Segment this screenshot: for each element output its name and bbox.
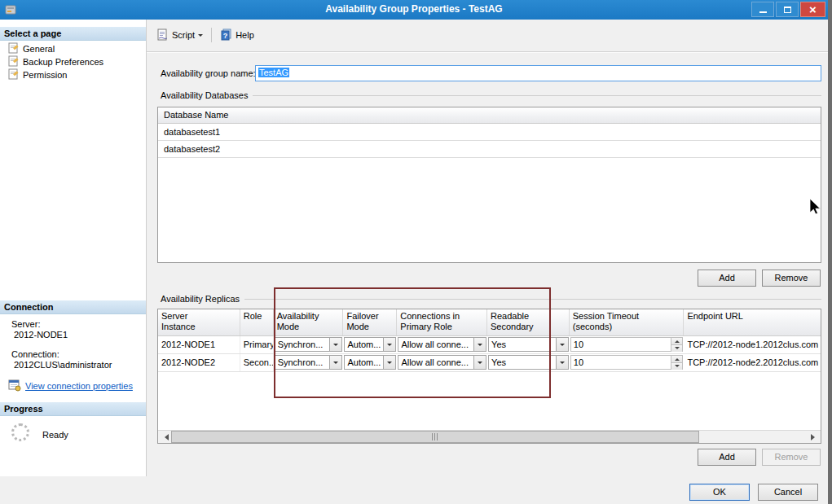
chevron-down-icon[interactable] (556, 338, 568, 351)
sidebar-item-label: General (23, 44, 55, 54)
chevron-down-icon[interactable] (383, 356, 395, 369)
failover-mode-combobox[interactable]: Autom... (344, 337, 396, 352)
chevron-down-icon[interactable] (329, 338, 341, 351)
page-icon (8, 68, 19, 81)
add-replica-button[interactable]: Add (698, 449, 756, 466)
replica-row: 2012-NODE1 Primary Synchron... Autom... … (158, 336, 821, 354)
spin-up-button[interactable] (671, 338, 682, 345)
availability-mode-combobox[interactable]: Synchron... (275, 337, 343, 352)
connection-value: 2012CLUS\administrator (14, 360, 112, 370)
help-icon: ? (220, 28, 232, 42)
cell-endpoint-url: TCP://2012-node2.2012clus.com (684, 354, 821, 371)
session-timeout-spinner[interactable]: 10 (570, 355, 684, 370)
sidebar-item-general[interactable]: General (8, 42, 55, 55)
scroll-left-button[interactable] (158, 431, 171, 443)
spin-up-button[interactable] (671, 356, 682, 363)
selected-text: TestAG (258, 68, 289, 77)
toolbar-separator (211, 28, 212, 42)
cancel-button[interactable]: Cancel (758, 484, 818, 501)
chevron-down-icon[interactable] (473, 338, 486, 351)
column-header-availability-mode[interactable]: Availability Mode (274, 309, 344, 335)
column-header-failover-mode[interactable]: Failover Mode (343, 309, 397, 335)
combo-value: Autom... (345, 357, 383, 367)
chevron-down-icon[interactable] (556, 356, 568, 369)
view-connection-properties[interactable]: View connection properties (8, 379, 133, 393)
column-header-server-instance[interactable]: Server Instance (158, 309, 240, 335)
page-icon (8, 55, 19, 68)
replicas-grid: Server Instance Role Availability Mode F… (157, 309, 821, 444)
arrow-down-icon (675, 365, 680, 370)
progress-spinner-icon (11, 423, 29, 441)
column-header-session-timeout[interactable]: Session Timeout (seconds) (570, 309, 685, 335)
ok-button[interactable]: OK (689, 484, 750, 501)
page-icon (8, 42, 19, 55)
combo-value: Synchron... (275, 357, 330, 367)
replicas-section: Availability Replicas (161, 294, 821, 304)
svg-text:?: ? (223, 32, 228, 40)
help-button[interactable]: ? Help (215, 26, 259, 45)
arrow-right-icon (811, 434, 818, 440)
readable-secondary-combobox[interactable]: Yes (488, 337, 569, 352)
databases-section-label: Availability Databases (161, 90, 248, 100)
cell-server-instance[interactable]: 2012-NODE2 (158, 354, 240, 371)
horizontal-scrollbar[interactable] (158, 430, 821, 443)
add-database-button[interactable]: Add (698, 270, 756, 287)
minimize-icon (759, 11, 767, 13)
replicas-section-label: Availability Replicas (161, 294, 240, 304)
cell-endpoint-url: TCP://2012-node1.2012clus.com (684, 336, 821, 353)
sidebar-item-label: Backup Preferences (23, 57, 103, 67)
maximize-button[interactable] (776, 2, 799, 17)
progress-header: Progress (0, 402, 146, 416)
spin-value: 10 (571, 357, 671, 367)
scrollbar-thumb[interactable] (171, 431, 699, 443)
section-divider (253, 95, 821, 96)
readable-secondary-combobox[interactable]: Yes (488, 355, 569, 370)
spin-down-button[interactable] (671, 363, 682, 370)
section-divider (244, 299, 821, 300)
availability-group-name-input[interactable]: TestAG (255, 65, 821, 81)
bottom-bar: OK Cancel (0, 476, 828, 504)
chevron-down-icon (198, 34, 203, 39)
connections-combobox[interactable]: Allow all conne... (398, 355, 486, 370)
sidebar-item-backup-preferences[interactable]: Backup Preferences (8, 55, 103, 68)
toolbar-divider (147, 51, 828, 53)
view-connection-properties-link[interactable]: View connection properties (25, 381, 133, 391)
script-button-label: Script (172, 30, 195, 40)
script-icon (156, 28, 169, 42)
session-timeout-spinner[interactable]: 10 (570, 337, 684, 352)
combo-value: Yes (489, 357, 556, 367)
arrow-up-icon (675, 338, 680, 343)
databases-table: Database Name databasetest1 databasetest… (157, 107, 821, 263)
column-header-readable-secondary[interactable]: Readable Secondary (487, 309, 570, 335)
close-icon: × (809, 2, 817, 16)
remove-database-button[interactable]: Remove (762, 270, 821, 287)
availability-mode-combobox[interactable]: Synchron... (275, 355, 343, 370)
sidebar-item-permission[interactable]: Permission (8, 68, 67, 81)
sidebar-item-label: Permission (23, 70, 67, 80)
main-panel: Script ? Help Availability group name: T… (147, 20, 828, 476)
databases-column-header[interactable]: Database Name (158, 107, 821, 124)
connections-combobox[interactable]: Allow all conne... (398, 337, 486, 352)
column-header-role[interactable]: Role (240, 309, 274, 335)
chevron-down-icon[interactable] (329, 356, 341, 369)
combo-value: Yes (489, 340, 556, 349)
column-header-connections[interactable]: Connections in Primary Role (397, 309, 487, 335)
database-row[interactable]: databasetest1 (158, 124, 821, 141)
sidebar: Select a page General Backup Preferences… (0, 20, 147, 476)
minimize-button[interactable] (751, 2, 774, 17)
failover-mode-combobox[interactable]: Autom... (344, 355, 396, 370)
chevron-down-icon[interactable] (473, 356, 486, 369)
scroll-right-button[interactable] (808, 431, 821, 443)
connection-properties-icon (8, 379, 21, 393)
column-header-endpoint-url[interactable]: Endpoint URL (684, 309, 821, 335)
cell-role: Primary (240, 336, 274, 353)
connection-label: Connection: (11, 349, 59, 359)
cell-server-instance[interactable]: 2012-NODE1 (158, 336, 240, 353)
server-value: 2012-NODE1 (14, 330, 68, 340)
chevron-down-icon[interactable] (383, 338, 395, 351)
close-button[interactable]: × (800, 2, 825, 17)
spin-down-button[interactable] (671, 345, 682, 352)
script-button[interactable]: Script (152, 26, 208, 45)
progress-status: Ready (42, 430, 68, 440)
database-row[interactable]: databasetest2 (158, 141, 821, 158)
